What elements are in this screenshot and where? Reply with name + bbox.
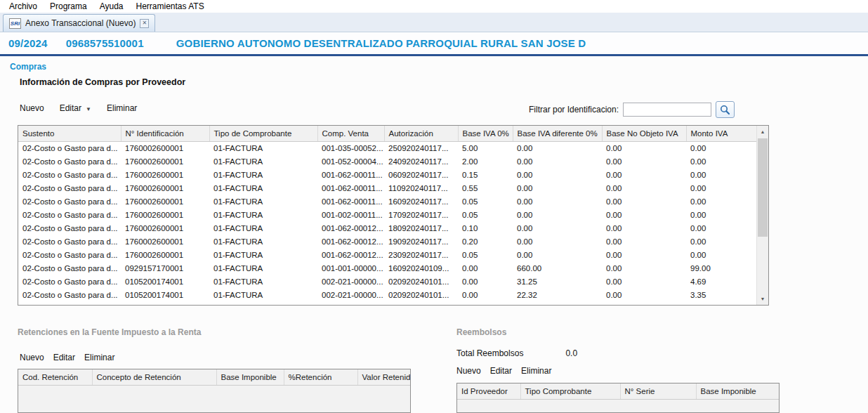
- table-cell: 0.00: [458, 275, 513, 288]
- table-cell: 0.10: [458, 221, 513, 235]
- ree-nuevo-button[interactable]: Nuevo: [456, 366, 481, 376]
- nuevo-button[interactable]: Nuevo: [20, 103, 44, 113]
- vertical-scrollbar[interactable]: ▲ ▼: [756, 126, 768, 305]
- column-header[interactable]: Sustento: [18, 126, 121, 141]
- column-header[interactable]: Concepto de Retención: [92, 369, 216, 385]
- table-cell: 180920240117...: [384, 221, 458, 235]
- column-header[interactable]: N° Identificación: [121, 126, 209, 141]
- table-cell: 0.00: [458, 261, 513, 275]
- data-grid: Cod. RetenciónConcepto de RetenciónBase …: [18, 369, 411, 386]
- table-cell: 060920240117...: [384, 168, 458, 181]
- ree-editar-button[interactable]: Editar: [490, 366, 512, 376]
- column-header[interactable]: Base IVA 0%: [458, 126, 513, 141]
- table-row[interactable]: 02-Costo o Gasto para d...17600026000010…: [18, 208, 756, 221]
- ret-nuevo-button[interactable]: Nuevo: [20, 353, 44, 362]
- tab-anexo-transaccional[interactable]: SRi Anexo Transaccional (Nuevo) ✕: [3, 14, 155, 32]
- column-header[interactable]: Base IVA diferente 0%: [513, 126, 602, 141]
- column-header[interactable]: Base Imponible: [216, 369, 284, 385]
- table-cell: 0.00: [686, 195, 756, 208]
- table-cell: 1760002600001: [121, 235, 209, 248]
- table-cell: 01-FACTURA: [209, 181, 317, 195]
- table-cell: 01-FACTURA: [209, 235, 317, 248]
- column-header[interactable]: Autorización: [384, 126, 458, 141]
- table-row[interactable]: 02-Costo o Gasto para d...09291571700010…: [18, 261, 756, 275]
- scrollbar-thumb[interactable]: [758, 138, 768, 237]
- table-cell: 0.00: [513, 155, 602, 168]
- table-cell: 02-Costo o Gasto para d...: [18, 261, 121, 275]
- menu-herramientas-ats[interactable]: Herramientas ATS: [130, 1, 211, 11]
- table-cell: 0.00: [513, 141, 602, 155]
- header-bar: 09/2024 0968575510001 GOBIERNO AUTONOMO …: [0, 32, 868, 56]
- table-row[interactable]: 02-Costo o Gasto para d...01052001740010…: [18, 275, 756, 288]
- table-cell: 01-FACTURA: [209, 248, 317, 261]
- column-header[interactable]: N° Serie: [620, 383, 696, 399]
- table-cell: 02-Costo o Gasto para d...: [18, 168, 121, 181]
- scroll-down-icon[interactable]: ▼: [757, 293, 768, 305]
- menu-archivo[interactable]: Archivo: [3, 1, 44, 11]
- tab-close-icon[interactable]: ✕: [140, 19, 149, 28]
- ree-eliminar-button[interactable]: Eliminar: [521, 366, 551, 376]
- table-row[interactable]: 02-Costo o Gasto para d...17600026000010…: [18, 155, 756, 168]
- column-header[interactable]: Valor Retenido: [357, 369, 410, 385]
- table-cell: 0.00: [602, 248, 686, 261]
- table-row[interactable]: 02-Costo o Gasto para d...17600026000010…: [18, 168, 756, 181]
- table-cell: 660.00: [513, 261, 602, 275]
- table-cell: 02-Costo o Gasto para d...: [18, 235, 121, 248]
- menu-programa[interactable]: Programa: [44, 1, 93, 11]
- table-cell: 002-021-00000...: [317, 288, 384, 301]
- table-cell: 01-FACTURA: [209, 261, 317, 275]
- table-row[interactable]: 02-Costo o Gasto para d...17600026000010…: [18, 248, 756, 261]
- column-header[interactable]: Comp. Venta: [317, 126, 384, 141]
- column-header[interactable]: Base Imponible: [696, 383, 779, 399]
- editar-button[interactable]: Editar▼: [60, 103, 91, 113]
- table-cell: 01-FACTURA: [209, 208, 317, 221]
- retenciones-title: Retenciones en la Fuente Impuesto a la R…: [18, 327, 201, 337]
- table-cell: 1760002600001: [121, 221, 209, 235]
- column-header[interactable]: Id Proveedor: [457, 383, 520, 399]
- table-row[interactable]: 02-Costo o Gasto para d...17600026000010…: [18, 195, 756, 208]
- table-cell: 0105200174001: [121, 275, 209, 288]
- table-cell: 0.00: [602, 141, 686, 155]
- table-cell: 02-Costo o Gasto para d...: [18, 208, 121, 221]
- table-cell: 1760002600001: [121, 181, 209, 195]
- table-cell: 0.00: [686, 221, 756, 235]
- menu-ayuda[interactable]: Ayuda: [93, 1, 130, 11]
- reembolsos-toolbar: Nuevo Editar Eliminar: [456, 366, 551, 376]
- table-cell: 5.00: [458, 141, 513, 155]
- column-header[interactable]: Tipo Comprobante: [520, 383, 620, 399]
- column-header[interactable]: Cod. Retención: [18, 369, 92, 385]
- scroll-up-icon[interactable]: ▲: [757, 126, 768, 138]
- eliminar-button[interactable]: Eliminar: [107, 103, 137, 113]
- table-cell: 170920240117...: [384, 208, 458, 221]
- table-cell: 160920240117...: [384, 195, 458, 208]
- table-cell: 001-062-00011...: [317, 181, 384, 195]
- table-cell: 230920240117...: [384, 248, 458, 261]
- column-header[interactable]: Base No Objeto IVA: [602, 126, 686, 141]
- ret-editar-button[interactable]: Editar: [53, 353, 75, 362]
- table-row[interactable]: 02-Costo o Gasto para d...17600026000010…: [18, 221, 756, 235]
- column-header[interactable]: Tipo de Comprobante: [209, 126, 317, 141]
- column-header[interactable]: %Retención: [284, 369, 357, 385]
- table-row[interactable]: 02-Costo o Gasto para d...17600026000010…: [18, 181, 756, 195]
- reembolsos-table: Id ProveedorTipo ComprobanteN° SerieBase…: [456, 383, 780, 413]
- section-compras[interactable]: Compras: [10, 62, 46, 72]
- table-cell: 240920240117...: [384, 155, 458, 168]
- search-button[interactable]: [716, 101, 735, 118]
- search-icon: [720, 105, 730, 115]
- table-cell: 02-Costo o Gasto para d...: [18, 288, 121, 301]
- filter-input[interactable]: [623, 103, 711, 117]
- table-cell: 001-062-00012...: [317, 235, 384, 248]
- table-cell: 020920240101...: [384, 275, 458, 288]
- table-cell: 0.55: [458, 181, 513, 195]
- column-header[interactable]: Monto IVA: [686, 126, 756, 141]
- tab-strip: SRi Anexo Transaccional (Nuevo) ✕: [0, 13, 868, 32]
- table-row[interactable]: 02-Costo o Gasto para d...17600026000010…: [18, 141, 756, 155]
- header-ruc: 0968575510001: [66, 37, 144, 49]
- table-cell: 001-001-00000...: [317, 261, 384, 275]
- ret-eliminar-button[interactable]: Eliminar: [84, 353, 114, 362]
- table-cell: 0.00: [686, 155, 756, 168]
- table-row[interactable]: 02-Costo o Gasto para d...17600026000010…: [18, 235, 756, 248]
- menubar: Archivo Programa Ayuda Herramientas ATS: [0, 0, 868, 13]
- table-cell: 02-Costo o Gasto para d...: [18, 141, 121, 155]
- table-row[interactable]: 02-Costo o Gasto para d...01052001740010…: [18, 288, 756, 301]
